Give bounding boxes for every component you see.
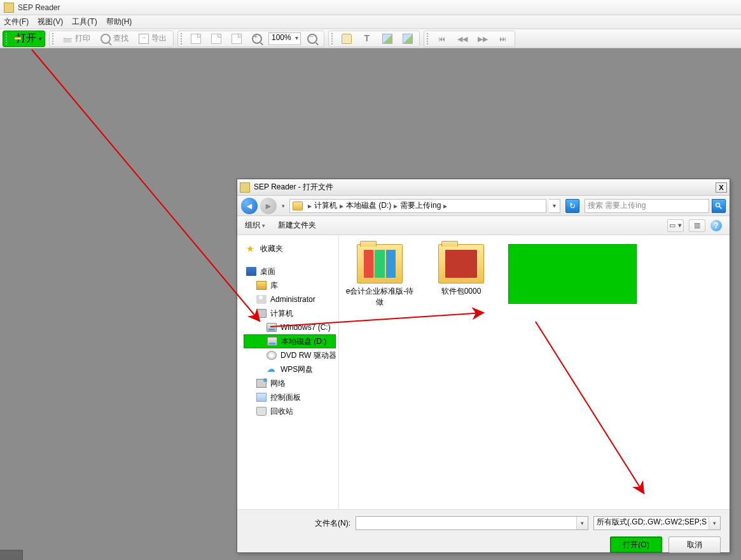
svg-line-1 [719, 206, 722, 208]
export-icon [139, 34, 149, 44]
files-pane[interactable]: e会计企业标准版-待做 软件包0000 [339, 235, 730, 509]
tree-pane: ★收藏夹 桌面 库 Administrator 计算机 Windows7 (C:… [237, 235, 339, 509]
breadcrumb[interactable]: ▸ 计算机 ▸ 本地磁盘 (D:) ▸ 需要上传ing ▸ [289, 199, 546, 213]
dialog-open-button[interactable]: 打开(O) [610, 536, 662, 553]
filetype-select[interactable]: 所有版式(.GD;.GW;.GW2;SEP;S▾ [593, 516, 721, 530]
zoom-in-button[interactable] [248, 32, 266, 46]
tb-group-page: 100% [177, 31, 324, 47]
main-window: SEP Reader 文件(F) 视图(V) 工具(T) 帮助(H) 打开 ▾ … [0, 0, 741, 560]
tree-recycle[interactable]: 回收站 [244, 404, 336, 418]
zoom-in-icon [252, 34, 262, 44]
breadcrumb-folder[interactable]: 需要上传ing [400, 200, 441, 211]
export-button[interactable]: 导出 [135, 32, 170, 46]
zoom-select[interactable]: 100% [268, 32, 301, 45]
new-folder-button[interactable]: 新建文件夹 [278, 220, 316, 231]
next-page-button[interactable]: ▶▶ [474, 32, 492, 46]
menu-help[interactable]: 帮助(H) [106, 17, 132, 27]
dialog-titlebar[interactable]: SEP Reader - 打开文件 X [237, 179, 730, 196]
star-icon: ★ [246, 244, 256, 253]
chevron-icon[interactable]: ▸ [307, 201, 313, 210]
dropdown-icon[interactable]: ▾ [576, 517, 588, 529]
nav-back-button[interactable]: ◄ [241, 198, 258, 214]
view-mode-button[interactable]: ▭ ▾ [667, 219, 684, 232]
page-icon [232, 34, 242, 44]
grip-icon [181, 33, 183, 44]
prev-icon: ◀◀ [457, 34, 467, 44]
refresh-button[interactable]: ↻ [565, 199, 579, 213]
last-page-button[interactable]: ⏭ [494, 32, 512, 46]
grip-icon [331, 33, 334, 44]
control-panel-icon [256, 393, 267, 402]
page-3-button[interactable] [228, 32, 246, 46]
hand-icon [342, 34, 352, 44]
filename-input[interactable]: ▾ [356, 516, 588, 530]
filename-row: 文件名(N): ▾ 所有版式(.GD;.GW;.GW2;SEP;S▾ [246, 516, 721, 530]
dialog-title: SEP Reader - 打开文件 [254, 182, 333, 193]
find-button[interactable]: 查找 [97, 32, 132, 46]
dvd-icon [267, 351, 277, 360]
menubar: 文件(F) 视图(V) 工具(T) 帮助(H) [0, 15, 741, 29]
folder-icon [438, 244, 484, 283]
menu-file[interactable]: 文件(F) [4, 17, 29, 27]
menu-tools[interactable]: 工具(T) [72, 17, 97, 27]
cloud-icon: ☁ [267, 365, 277, 374]
file-item[interactable]: e会计企业标准版-待做 [345, 244, 414, 308]
drive-icon [267, 323, 277, 332]
image-tool2-button[interactable] [399, 32, 417, 46]
tree-control-panel[interactable]: 控制面板 [244, 390, 336, 404]
open-button-group[interactable]: 打开 ▾ [3, 31, 45, 47]
breadcrumb-dropdown[interactable]: ▾ [549, 199, 560, 213]
organize-button[interactable]: 组织 [245, 220, 265, 231]
dialog-close-button[interactable]: X [716, 182, 727, 193]
network-icon [256, 379, 267, 388]
chevron-icon[interactable]: ▸ [442, 201, 448, 210]
filename-label: 文件名(N): [315, 518, 350, 529]
dialog-cancel-button[interactable]: 取消 [668, 536, 721, 553]
page-2-button[interactable] [207, 32, 225, 46]
tree-drive-c[interactable]: Windows7 (C:) [244, 320, 336, 334]
menu-view[interactable]: 视图(V) [38, 17, 63, 27]
nav-forward-button: ► [260, 198, 277, 214]
page-1-button[interactable] [187, 32, 205, 46]
print-button[interactable]: 打印 [59, 32, 94, 46]
nav-history-dropdown[interactable]: ▾ [279, 198, 287, 214]
highlighted-target-region[interactable] [508, 244, 637, 304]
buttons-row: 打开(O) 取消 [246, 536, 721, 553]
help-button[interactable]: ? [710, 220, 722, 231]
breadcrumb-computer[interactable]: 计算机 [314, 200, 337, 211]
user-icon [256, 295, 267, 304]
dropdown-icon[interactable]: ▾ [709, 517, 720, 529]
search-input[interactable]: 搜索 需要上传ing [585, 199, 709, 213]
tree-desktop[interactable]: 桌面 [244, 264, 336, 278]
prev-page-button[interactable]: ◀◀ [454, 32, 471, 46]
page-icon [191, 34, 201, 44]
chevron-icon[interactable]: ▸ [338, 201, 345, 210]
image-icon [382, 34, 392, 44]
tree-computer[interactable]: 计算机 [244, 306, 336, 320]
first-page-button[interactable]: ⏮ [433, 32, 451, 46]
tree-favorites[interactable]: ★收藏夹 [244, 242, 336, 256]
breadcrumb-drive[interactable]: 本地磁盘 (D:) [346, 200, 391, 211]
chevron-icon[interactable]: ▸ [392, 201, 399, 210]
folder-icon [293, 201, 303, 210]
open-dropdown-icon[interactable]: ▾ [39, 36, 42, 42]
file-item[interactable]: 软件包0000 [427, 244, 495, 308]
text-icon: T [362, 34, 372, 44]
hand-tool-button[interactable] [338, 32, 356, 46]
app-title: SEP Reader [18, 3, 60, 12]
dialog-organize-row: 组织 新建文件夹 ▭ ▾ ▥ ? [237, 216, 730, 235]
zoom-out-button[interactable] [303, 32, 321, 46]
tree-admin[interactable]: Administrator [244, 292, 336, 306]
search-button[interactable] [712, 199, 726, 213]
preview-pane-button[interactable]: ▥ [689, 219, 705, 232]
tree-libraries[interactable]: 库 [244, 278, 336, 292]
text-tool-button[interactable]: T [358, 32, 376, 46]
tb-group-file: 打印 查找 导出 [49, 31, 174, 47]
image-tool-button[interactable] [378, 32, 396, 46]
tree-network[interactable]: 网络 [244, 376, 336, 390]
search-icon [715, 202, 723, 210]
tree-drive-d[interactable]: 本地磁盘 (D:) [244, 334, 336, 348]
tree-wps[interactable]: ☁WPS网盘 [244, 362, 336, 376]
page-icon [211, 34, 221, 44]
tree-dvd[interactable]: DVD RW 驱动器 ( [244, 348, 336, 362]
